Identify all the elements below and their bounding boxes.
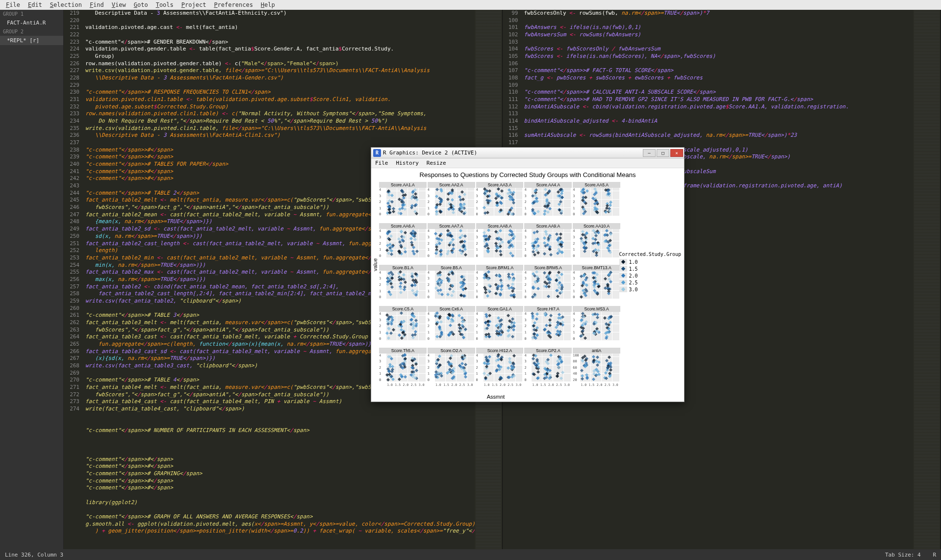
window-titlebar[interactable]: R R Graphics: Device 2 (ACTIVE) — □ ✕ <box>371 148 684 158</box>
plot-title: Responses to Questions by Corrected Stud… <box>371 168 684 178</box>
minimize-button[interactable]: — <box>643 149 656 157</box>
menu-file[interactable]: File <box>2 1 24 8</box>
menu-selection[interactable]: Selection <box>46 1 86 8</box>
facet: Score.O2.A012341.01.52.02.53.0 <box>428 348 475 388</box>
syntax-mode[interactable]: R <box>933 552 936 558</box>
menu-help[interactable]: Help <box>257 1 279 8</box>
facet: Score.B5.A01234 <box>428 265 475 305</box>
line-gutter: 219 220 221 222 223 224 225 226 227 228 … <box>64 10 83 413</box>
cursor-position: Line 326, Column 3 <box>5 552 63 558</box>
facet: antiA204060801001.01.52.02.53.0 <box>573 348 620 388</box>
facet: Score.AA4.A01234 <box>524 182 572 222</box>
menu-view[interactable]: View <box>108 1 130 8</box>
legend-item: 2.5 <box>619 280 681 285</box>
tab-size[interactable]: Tab Size: 4 <box>885 552 921 558</box>
x-axis-label: Assmnt <box>371 394 620 400</box>
facet: Score.B1.A01234 <box>379 265 427 305</box>
facet: Score.BRM1.A01234 <box>476 265 524 305</box>
plot-menu-history[interactable]: History <box>392 160 423 166</box>
facet: Score.MS3.A01234 <box>573 306 620 346</box>
legend-item: 1.0 <box>619 259 681 265</box>
facet: Score.AA5.A01234 <box>573 182 620 222</box>
facet: Score.BRM5.A01234 <box>524 265 572 305</box>
plot-canvas: Responses to Questions by Corrected Stud… <box>371 168 684 402</box>
legend-title: Corrected.Study.Group <box>619 252 681 257</box>
y-axis-label: value <box>372 258 378 271</box>
legend-item: 3.0 <box>619 286 681 292</box>
sidebar-group: GROUP 2 <box>0 27 63 36</box>
sidebar-file[interactable]: FACT-AntiA.R <box>0 18 63 27</box>
r-graphics-window[interactable]: R R Graphics: Device 2 (ACTIVE) — □ ✕ Fi… <box>371 147 685 402</box>
facet: Score.BMT13.A01234 <box>573 265 620 305</box>
menu-tools[interactable]: Tools <box>152 1 178 8</box>
plot-legend: Corrected.Study.Group 1.01.52.02.53.0 <box>619 252 681 293</box>
facet: Score.AA1.A01234 <box>379 182 427 222</box>
menu-edit[interactable]: Edit <box>24 1 46 8</box>
facet: Score.AA2.A01234 <box>428 182 475 222</box>
facet: Score.GP2.A012341.01.52.02.53.0 <box>524 348 572 388</box>
facet: Score.Cx6.A01234 <box>428 306 475 346</box>
facet: Score.AA10.A01234 <box>573 223 620 263</box>
menu-project[interactable]: Project <box>178 1 210 8</box>
sidebar-group: GROUP 1 <box>0 10 63 18</box>
facet: Score.AA9.A01234 <box>524 223 572 263</box>
status-bar: Line 326, Column 3 Tab Size: 4 R <box>0 549 941 560</box>
window-title: R Graphics: Device 2 (ACTIVE) <box>383 150 643 156</box>
close-button[interactable]: ✕ <box>670 149 683 157</box>
app-menubar[interactable]: FileEditSelectionFindViewGotoToolsProjec… <box>0 0 941 10</box>
facet: Score.AA6.A01234 <box>379 223 427 263</box>
menu-find[interactable]: Find <box>86 1 108 8</box>
facet: Score.C5.A01234 <box>379 306 427 346</box>
open-files-sidebar: GROUP 1FACT-AntiA.RGROUP 2*REPL* [r] <box>0 10 64 549</box>
legend-item: 1.5 <box>619 266 681 272</box>
plot-menu-resize[interactable]: Resize <box>423 160 450 166</box>
facet: Score.HI12.A012341.01.52.02.53.0 <box>476 348 524 388</box>
plot-menu-file[interactable]: File <box>371 160 392 166</box>
facet: Score.AA7.A01234 <box>428 223 475 263</box>
legend-item: 2.0 <box>619 273 681 279</box>
menu-goto[interactable]: Goto <box>130 1 152 8</box>
facet: Score.GA1.A01234 <box>476 306 524 346</box>
menu-preferences[interactable]: Preferences <box>210 1 256 8</box>
r-icon: R <box>373 149 381 157</box>
maximize-button[interactable]: □ <box>657 149 669 157</box>
facet: Score.Th5.A012341.01.52.02.53.0 <box>379 348 427 388</box>
facet: Score.AA8.A01234 <box>476 223 524 263</box>
minimap[interactable] <box>913 10 941 549</box>
sidebar-file[interactable]: *REPL* [r] <box>0 36 63 45</box>
plot-menubar[interactable]: FileHistoryResize <box>371 158 684 168</box>
facet: Score.AA3.A01234 <box>476 182 524 222</box>
facet: Score.HI7.A01234 <box>524 306 572 346</box>
